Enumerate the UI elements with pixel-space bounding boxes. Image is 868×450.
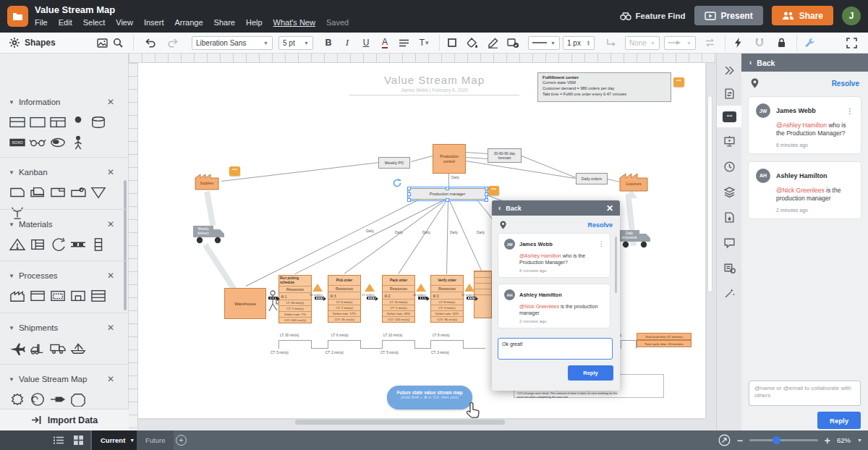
shape-dot[interactable] [69,114,87,131]
close-icon[interactable]: ✕ [606,203,613,213]
shape-dashed-box[interactable] [49,287,67,305]
collapse-chevrons-icon[interactable] [717,59,742,81]
process-box-2[interactable]: Pick orderResources⚙ 3LT: 6 min(s)CT: 2 … [328,275,361,323]
kebab-menu-icon[interactable]: ⋮ [598,241,604,247]
menu-insert[interactable]: Insert [144,18,164,27]
process-box-5[interactable] [474,271,492,318]
shape-rail[interactable] [69,236,87,253]
menu-what-s-new[interactable]: What's New [273,18,315,27]
back-button[interactable]: Back [757,59,775,67]
pin-icon[interactable] [750,77,760,89]
quick-actions-button[interactable] [730,35,746,51]
bold-button[interactable]: B [320,35,336,51]
production-control-box[interactable]: Production control [433,144,466,174]
mention-link[interactable]: @Nick Greenlees [776,187,825,194]
comment-card[interactable]: AHAshley Hamilton@Nick Greenlees is the … [748,161,861,219]
shape-card-cloud[interactable] [69,184,87,201]
comment-card[interactable]: JWJames Webb⋮@Ashley Hamilton who is the… [748,96,861,154]
reply-input[interactable]: Ok great! [498,338,613,360]
zoom-level[interactable]: 62% [837,436,851,444]
section-close-icon[interactable]: ✕ [107,374,114,384]
back-button[interactable]: Back [506,205,522,212]
shape-card[interactable] [9,184,26,201]
collapse-caret-icon[interactable]: ▼ [9,273,14,279]
fullscreen-button[interactable] [843,35,859,51]
menu-view[interactable]: View [116,18,133,27]
inventory-triangle-icon[interactable] [464,284,475,292]
warehouse-box[interactable]: Warehouse [224,288,266,319]
zoom-caret-icon[interactable]: ▼ [857,438,862,443]
lock-button[interactable] [773,35,789,51]
mention-link[interactable]: @Nick Greenlees [519,304,559,309]
comment-badge[interactable]: ““ [229,166,240,176]
app-logo-icon[interactable] [7,6,28,27]
shape-supermarket[interactable] [29,236,46,253]
canvas-vertical-scrollbar[interactable] [707,95,712,292]
swap-connection-button[interactable] [702,35,718,51]
shape-forklift[interactable] [29,339,46,357]
comment-card[interactable]: JWJames Webb⋮@Ashley Hamilton who is the… [498,233,610,278]
feature-find-button[interactable]: Feature Find [620,11,686,21]
fill-color-button[interactable] [464,35,480,51]
shape-octagon[interactable] [69,391,87,408]
undo-button[interactable] [142,35,158,51]
shape-process-box[interactable] [29,287,46,305]
magic-wand-icon[interactable] [717,282,742,304]
kebab-menu-icon[interactable]: ⋮ [846,107,854,115]
resolve-button[interactable]: Resolve [832,80,859,88]
menu-edit[interactable]: Edit [59,18,72,27]
comment-badge[interactable]: ““ [673,77,684,87]
zoom-slider-handle[interactable] [773,436,780,444]
shape-panel-left[interactable] [49,114,67,131]
selection-handle[interactable] [407,198,411,202]
clear-text-format-button[interactable]: T▾ [416,35,432,51]
inventory-triangle-icon[interactable] [365,284,375,292]
shape-vertical-stack[interactable] [90,236,107,253]
line-start-select[interactable]: None▼ [625,36,660,50]
back-chevron-icon[interactable]: ‹ [749,59,752,67]
redo-button[interactable] [164,35,180,51]
collapse-caret-icon[interactable]: ▼ [9,169,14,176]
line-end-select[interactable]: ▼ [664,36,696,50]
fulfillment-center-note[interactable]: Fulfillment center Current state VSMCust… [537,72,671,102]
connector-type-button[interactable] [603,35,619,51]
process-box-4[interactable]: Verify orderResources⚙ 3LT: 8 min(s)CT: … [430,275,464,323]
shape-card-notch[interactable] [49,184,67,201]
pin-icon[interactable] [499,220,507,230]
resolve-button[interactable]: Resolve [587,221,613,229]
shape-stacked-rows[interactable] [90,287,107,305]
mention-link[interactable]: @Ashley Hamilton [519,253,561,258]
inventory-triangle-icon[interactable] [312,284,323,292]
section-close-icon[interactable]: ✕ [107,323,114,333]
document-title[interactable]: Value Stream Map [35,4,115,15]
history-clock-icon[interactable] [717,156,742,177]
linked-notes-icon[interactable] [717,257,742,279]
back-chevron-icon[interactable]: ‹ [498,204,501,212]
weekly-delivery-truck[interactable]: Weekly delivery [192,223,226,248]
daily-shipments-truck[interactable]: Daily shipments [618,227,652,252]
wrench-tool-icon[interactable] [801,35,817,51]
zoom-slider[interactable] [749,439,818,441]
shape-card-stack[interactable] [29,184,46,201]
zoom-out-button[interactable]: − [737,435,743,446]
conditional-format-button[interactable] [505,35,521,51]
share-button[interactable]: Share [772,6,833,25]
line-width-stepper[interactable]: 1 px ▲▼ [563,36,595,50]
reply-button[interactable]: Reply [568,365,613,381]
left-panel-scrollbar[interactable] [124,180,127,310]
process-box-3[interactable]: Pack orderResources⚙ 2LT: 10 min(s)CT: 5… [382,275,415,323]
selection-handle[interactable] [407,187,411,190]
shape-glasses[interactable] [29,134,46,151]
shape-eye[interactable] [49,134,67,151]
tab-current-page[interactable]: Current▼ [92,430,143,450]
add-page-button[interactable]: + [176,435,187,446]
selection-handle[interactable] [446,187,449,190]
future-state-button[interactable]: Future state value stream map (Hold Shif… [387,386,472,409]
image-icon[interactable] [97,38,108,48]
italic-button[interactable]: I [339,35,355,51]
popup-scrollbar[interactable] [615,237,617,293]
shape-airplane[interactable] [9,339,26,357]
shape-operator[interactable] [29,391,46,408]
shape-triangle-down[interactable] [90,184,107,201]
shape-burst[interactable] [9,391,26,408]
